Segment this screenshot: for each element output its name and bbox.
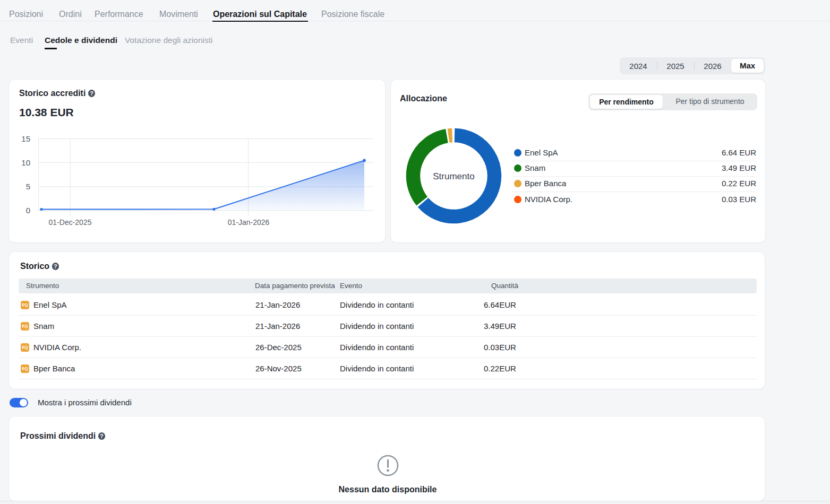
svg-text:0: 0 bbox=[26, 206, 30, 215]
svg-text:Strumento: Strumento bbox=[433, 171, 474, 181]
svg-text:15: 15 bbox=[21, 134, 30, 143]
svg-text:01-Jan-2026: 01-Jan-2026 bbox=[228, 218, 270, 227]
svg-text:10: 10 bbox=[21, 158, 30, 167]
svg-text:5: 5 bbox=[26, 182, 30, 191]
svg-text:01-Dec-2025: 01-Dec-2025 bbox=[49, 218, 92, 227]
